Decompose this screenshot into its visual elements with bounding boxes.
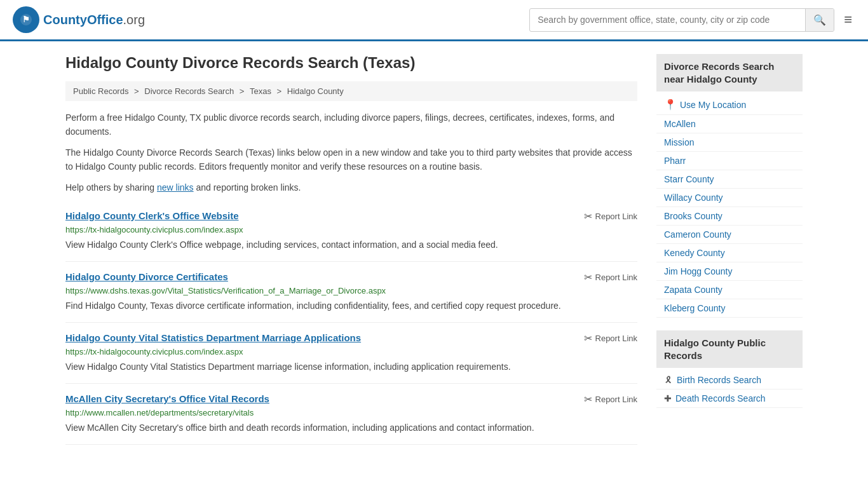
report-link[interactable]: ✂ Report Link (584, 271, 637, 283)
report-link[interactable]: ✂ Report Link (584, 210, 637, 222)
breadcrumb-link-texas[interactable]: Texas (250, 86, 271, 96)
description-para3: Help others by sharing new links and rep… (65, 180, 637, 194)
report-link[interactable]: ✂ Report Link (584, 332, 637, 344)
report-icon: ✂ (584, 210, 592, 222)
breadcrumb-sep-2: > (240, 86, 247, 96)
record-header: Hidalgo County Divorce Certificates ✂ Re… (65, 271, 637, 283)
nearby-item-kenedy[interactable]: Kenedy County (656, 244, 803, 262)
record-url[interactable]: http://www.mcallen.net/departments/secre… (65, 408, 637, 417)
page-title: Hidalgo County Divorce Records Search (T… (65, 54, 637, 72)
nearby-item-brooks[interactable]: Brooks County (656, 207, 803, 226)
new-links[interactable]: new links (157, 182, 194, 193)
description-para1: Perform a free Hidalgo County, TX public… (65, 111, 637, 139)
search-bar: 🔍 (529, 8, 834, 32)
record-url[interactable]: https://tx-hidalgocounty.civicplus.com/i… (65, 347, 637, 356)
breadcrumb-link-hidalgo[interactable]: Hidalgo County (287, 86, 344, 96)
death-records-link[interactable]: Death Records Search (675, 393, 766, 403)
nearby-heading: Divorce Records Search near Hidalgo Coun… (656, 54, 803, 92)
nearby-item-mcallen[interactable]: McAllen (656, 115, 803, 133)
record-title[interactable]: Hidalgo County Vital Statistics Departme… (65, 332, 361, 343)
logo-icon: ⚑ (13, 6, 39, 33)
record-item: Hidalgo County Divorce Certificates ✂ Re… (65, 262, 637, 323)
report-link[interactable]: ✂ Report Link (584, 393, 637, 405)
breadcrumb-link-public-records[interactable]: Public Records (73, 86, 128, 96)
use-my-location-item[interactable]: 📍 Use My Location (656, 95, 803, 115)
report-icon: ✂ (584, 393, 592, 405)
menu-icon[interactable]: ≡ (841, 8, 855, 31)
nearby-item-starr[interactable]: Starr County (656, 170, 803, 189)
birth-records-link[interactable]: Birth Records Search (677, 375, 761, 385)
record-item: Hidalgo County Clerk's Office Website ✂ … (65, 201, 637, 262)
record-title[interactable]: Hidalgo County Divorce Certificates (65, 271, 228, 282)
logo-text: CountyOffice.org (43, 13, 145, 27)
record-url[interactable]: https://tx-hidalgocounty.civicplus.com/i… (65, 225, 637, 234)
report-icon: ✂ (584, 332, 592, 344)
svg-text:⚑: ⚑ (22, 15, 30, 24)
birth-records-item[interactable]: 🎗 Birth Records Search (656, 371, 803, 390)
record-desc: View McAllen City Secretary's office bir… (65, 421, 637, 435)
breadcrumb-sep-3: > (277, 86, 284, 96)
nearby-item-zapata[interactable]: Zapata County (656, 281, 803, 299)
nearby-item-pharr[interactable]: Pharr (656, 152, 803, 170)
location-icon: 📍 (664, 98, 677, 111)
record-header: McAllen City Secretary's Office Vital Re… (65, 393, 637, 405)
public-records-heading: Hidalgo County Public Records (656, 330, 803, 368)
nearby-item-jimhogg[interactable]: Jim Hogg County (656, 262, 803, 281)
nearby-item-kleberg[interactable]: Kleberg County (656, 299, 803, 318)
breadcrumb-link-divorce-records[interactable]: Divorce Records Search (144, 86, 234, 96)
record-desc: View Hidalgo County Vital Statistics Dep… (65, 360, 637, 374)
public-records-section: Hidalgo County Public Records 🎗 Birth Re… (656, 330, 803, 408)
birth-records-icon: 🎗 (664, 375, 673, 385)
death-records-item[interactable]: ✚ Death Records Search (656, 390, 803, 408)
nearby-item-cameron[interactable]: Cameron County (656, 226, 803, 244)
header: ⚑ CountyOffice.org 🔍 ≡ (0, 0, 868, 41)
header-right: 🔍 ≡ (529, 8, 855, 32)
record-header: Hidalgo County Vital Statistics Departme… (65, 332, 637, 344)
sidebar: Divorce Records Search near Hidalgo Coun… (656, 54, 803, 445)
record-desc: Find Hidalgo County, Texas divorce certi… (65, 299, 637, 313)
record-url[interactable]: https://www.dshs.texas.gov/Vital_Statist… (65, 286, 637, 295)
death-records-icon: ✚ (664, 393, 672, 403)
search-button[interactable]: 🔍 (805, 9, 834, 31)
use-my-location-link[interactable]: Use My Location (680, 100, 746, 110)
record-item: Hidalgo County Vital Statistics Departme… (65, 323, 637, 384)
nearby-section: Divorce Records Search near Hidalgo Coun… (656, 54, 803, 318)
record-item: McAllen City Secretary's Office Vital Re… (65, 384, 637, 445)
description-para2: The Hidalgo County Divorce Records Searc… (65, 146, 637, 174)
content-area: Hidalgo County Divorce Records Search (T… (65, 54, 637, 445)
search-input[interactable] (530, 10, 805, 30)
record-title[interactable]: McAllen City Secretary's Office Vital Re… (65, 393, 269, 404)
record-header: Hidalgo County Clerk's Office Website ✂ … (65, 210, 637, 222)
breadcrumb: Public Records > Divorce Records Search … (65, 81, 637, 101)
nearby-item-willacy[interactable]: Willacy County (656, 189, 803, 207)
logo-area: ⚑ CountyOffice.org (13, 6, 145, 33)
breadcrumb-sep-1: > (134, 86, 141, 96)
report-icon: ✂ (584, 271, 592, 283)
record-desc: View Hidalgo County Clerk's Office webpa… (65, 238, 637, 252)
nearby-item-mission[interactable]: Mission (656, 133, 803, 152)
record-title[interactable]: Hidalgo County Clerk's Office Website (65, 210, 239, 221)
main-container: Hidalgo County Divorce Records Search (T… (53, 41, 815, 458)
